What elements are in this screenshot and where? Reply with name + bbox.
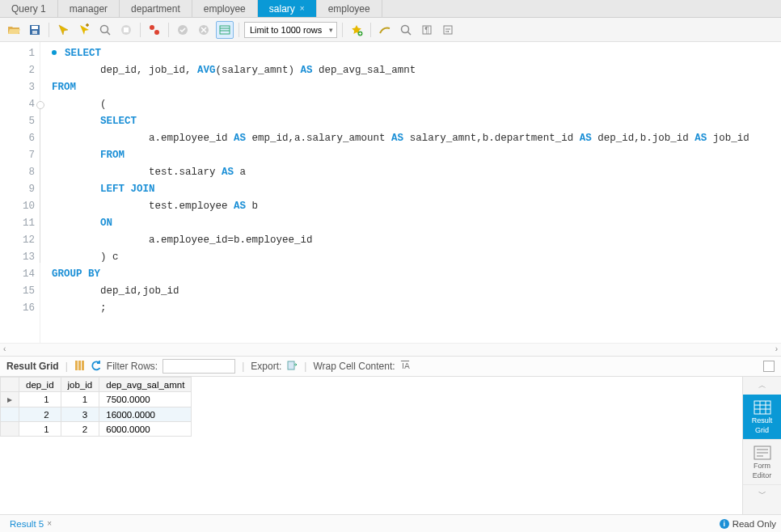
toggle-limit-button[interactable]: [216, 21, 234, 39]
wrap-cell-label: Wrap Cell Content:: [313, 361, 395, 372]
svg-text:¶: ¶: [425, 26, 429, 35]
panel-toggle-button[interactable]: [763, 361, 775, 372]
query-tab[interactable]: manager: [58, 0, 120, 17]
column-header[interactable]: job_id: [61, 378, 99, 392]
line-number: 16: [0, 300, 35, 317]
svg-rect-2: [32, 31, 37, 34]
line-number: 7: [0, 147, 35, 164]
line-number: 6: [0, 130, 35, 147]
toggle-wrap-button[interactable]: [439, 21, 457, 39]
result-grid-table: dep_idjob_iddep_avg_sal_amnt▸117500.0000…: [0, 377, 192, 437]
svg-point-5: [101, 25, 108, 32]
filter-rows-label: Filter Rows:: [107, 361, 158, 372]
statement-marker-icon: [52, 50, 57, 55]
editor-toolbar: Limit to 1000 rows ¶: [0, 18, 781, 42]
query-tab[interactable]: employee: [317, 0, 382, 17]
filter-rows-input[interactable]: [163, 359, 235, 374]
line-number: 8: [0, 164, 35, 181]
svg-text:I̅A̅: I̅A̅: [400, 361, 410, 370]
svg-rect-15: [220, 26, 230, 34]
commit-button[interactable]: [174, 21, 192, 39]
close-icon[interactable]: ×: [47, 519, 52, 528]
limit-rows-select[interactable]: Limit to 1000 rows: [244, 22, 337, 38]
scroll-down-icon[interactable]: ﹀: [743, 485, 781, 503]
cell[interactable]: 1: [19, 392, 61, 407]
query-tab[interactable]: Query 1: [0, 0, 58, 17]
svg-rect-27: [78, 361, 81, 370]
result-tab[interactable]: Result 5 ×: [5, 517, 57, 530]
line-number-gutter: 12345678910111213141516: [0, 42, 40, 343]
result-toolbar: Result Grid | Filter Rows: | Export: | W…: [0, 356, 781, 377]
info-icon: i: [720, 519, 729, 529]
row-header[interactable]: [1, 407, 19, 422]
line-number: 4: [0, 96, 35, 113]
open-file-button[interactable]: [5, 21, 23, 39]
scroll-up-icon[interactable]: ︿: [743, 377, 781, 395]
line-number: 15: [0, 283, 35, 300]
save-button[interactable]: [26, 21, 44, 39]
refresh-icon[interactable]: [91, 360, 102, 374]
close-icon[interactable]: ×: [300, 4, 305, 13]
line-number: 11: [0, 215, 35, 232]
cell[interactable]: 7500.0000: [99, 392, 192, 407]
svg-point-9: [150, 25, 154, 30]
toggle-autocommit-button[interactable]: [146, 21, 163, 39]
rollback-button[interactable]: [195, 21, 213, 39]
line-number: 10: [0, 198, 35, 215]
query-tab[interactable]: department: [120, 0, 192, 17]
editor-horizontal-scrollbar[interactable]: [0, 343, 781, 356]
svg-point-10: [154, 30, 159, 35]
query-tab[interactable]: salary×: [258, 0, 317, 17]
wrap-cell-icon[interactable]: I̅A̅: [400, 360, 412, 374]
line-number: 13: [0, 249, 35, 266]
execute-current-button[interactable]: [75, 21, 93, 39]
fold-toggle-icon[interactable]: [36, 101, 44, 109]
svg-rect-1: [32, 26, 38, 29]
cell[interactable]: 1: [19, 422, 61, 437]
column-header[interactable]: dep_avg_sal_amnt: [99, 378, 192, 392]
line-number: 2: [0, 62, 35, 79]
column-header[interactable]: dep_id: [19, 378, 61, 392]
code-area[interactable]: SELECT dep_id, job_id, AVG(salary_amnt) …: [40, 42, 781, 343]
read-only-indicator: i Read Only: [720, 519, 776, 529]
svg-rect-8: [124, 27, 129, 32]
cell[interactable]: 6000.0000: [99, 422, 192, 437]
row-header[interactable]: [1, 422, 19, 437]
svg-rect-31: [754, 401, 770, 414]
form-editor-view-button[interactable]: FormEditor: [743, 440, 781, 485]
line-number: 5: [0, 113, 35, 130]
row-header[interactable]: ▸: [1, 392, 19, 407]
cell[interactable]: 3: [61, 407, 99, 422]
cell[interactable]: 16000.0000: [99, 407, 192, 422]
svg-rect-25: [444, 26, 452, 34]
svg-line-6: [108, 32, 111, 35]
execute-button[interactable]: [54, 21, 72, 39]
svg-point-21: [402, 25, 409, 32]
cell[interactable]: 1: [61, 392, 99, 407]
query-tab-bar: Query 1managerdepartmentemployeesalary×e…: [0, 0, 781, 18]
result-grid-view-button[interactable]: ResultGrid: [743, 395, 781, 440]
result-columns-icon[interactable]: [74, 360, 86, 374]
svg-line-22: [408, 32, 412, 35]
toggle-invisible-button[interactable]: ¶: [418, 21, 436, 39]
result-tab-bar: Result 5 × i Read Only: [0, 514, 781, 532]
favorite-button[interactable]: [348, 21, 365, 39]
beautify-button[interactable]: [376, 21, 394, 39]
export-icon[interactable]: [286, 360, 298, 374]
table-row[interactable]: 126000.0000: [1, 422, 192, 437]
explain-button[interactable]: [96, 21, 114, 39]
export-label: Export:: [251, 361, 281, 372]
table-row[interactable]: ▸117500.0000: [1, 392, 192, 407]
result-side-panel: ︿ ResultGridFormEditor﹀: [742, 377, 781, 514]
result-grid-scroll[interactable]: dep_idjob_iddep_avg_sal_amnt▸117500.0000…: [0, 377, 742, 514]
svg-rect-26: [75, 361, 78, 370]
cell[interactable]: 2: [19, 407, 61, 422]
query-tab[interactable]: employee: [192, 0, 258, 17]
stop-button[interactable]: [117, 21, 135, 39]
sql-editor[interactable]: 12345678910111213141516 SELECT dep_id, j…: [0, 42, 781, 343]
line-number: 9: [0, 181, 35, 198]
find-button[interactable]: [397, 21, 415, 39]
cell[interactable]: 2: [61, 422, 99, 437]
line-number: 3: [0, 79, 35, 96]
table-row[interactable]: 2316000.0000: [1, 407, 192, 422]
